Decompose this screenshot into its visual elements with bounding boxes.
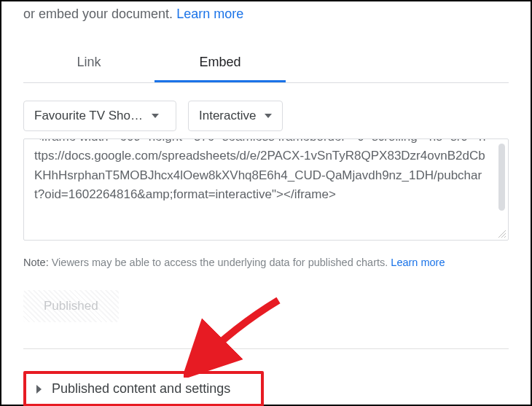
note-body: Viewers may be able to access the underl… xyxy=(49,257,391,268)
settings-label: Published content and settings xyxy=(52,381,230,397)
published-content-settings[interactable]: Published content and settings xyxy=(23,371,264,406)
mode-dropdown[interactable]: Interactive xyxy=(188,101,283,131)
annotation-arrow xyxy=(184,297,286,378)
divider xyxy=(23,348,509,349)
tab-embed[interactable]: Embed xyxy=(154,44,286,82)
learn-more-link-note[interactable]: Learn more xyxy=(391,257,445,268)
sheet-dropdown[interactable]: Favourite TV Sho… xyxy=(23,101,176,131)
note-label: Note: xyxy=(23,257,49,268)
caret-down-icon xyxy=(265,114,272,118)
triangle-right-icon xyxy=(36,385,42,394)
intro-fragment: or embed your document. xyxy=(23,7,176,21)
embed-code-box[interactable]: <iframe width="609" height="376" seamles… xyxy=(23,138,509,241)
embed-code-text: <iframe width="609" height="376" seamles… xyxy=(34,138,504,241)
scrollbar-thumb[interactable] xyxy=(498,144,505,211)
intro-text: or embed your document. Learn more xyxy=(23,4,509,24)
published-button: Published xyxy=(23,290,119,322)
tab-link[interactable]: Link xyxy=(23,44,154,82)
mode-dropdown-label: Interactive xyxy=(199,109,256,123)
dropdown-row: Favourite TV Sho… Interactive xyxy=(23,101,509,131)
learn-more-link-top[interactable]: Learn more xyxy=(176,7,243,21)
note-text: Note: Viewers may be able to access the … xyxy=(23,257,509,268)
svg-line-2 xyxy=(504,236,506,238)
sheet-dropdown-label: Favourite TV Sho… xyxy=(34,109,143,123)
caret-down-icon xyxy=(152,114,159,118)
tabs: Link Embed xyxy=(23,44,509,83)
